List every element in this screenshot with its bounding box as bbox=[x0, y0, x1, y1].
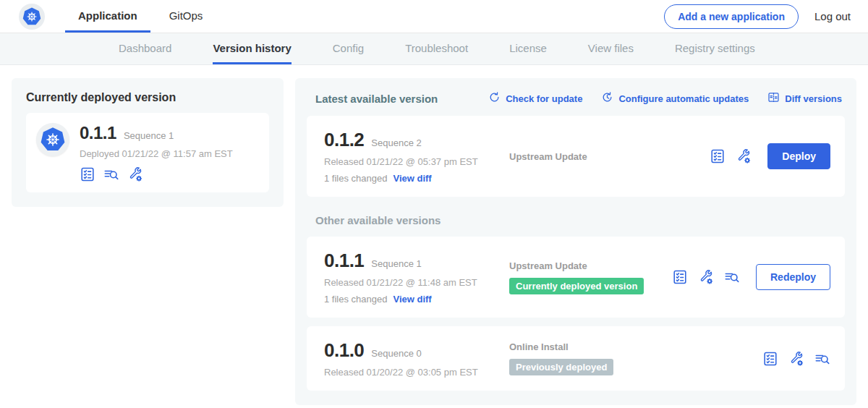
version-card-0-1-0: 0.1.0 Sequence 0 Released 01/20/22 @ 03:… bbox=[307, 326, 845, 391]
deployed-version-number: 0.1.1 bbox=[80, 123, 116, 143]
configure-automatic-updates-label: Configure automatic updates bbox=[618, 93, 749, 104]
version-number: 0.1.1 bbox=[324, 250, 364, 272]
sequence-label: Sequence 0 bbox=[371, 348, 421, 359]
sequence-label: Sequence 1 bbox=[371, 258, 421, 269]
version-card-0-1-1: 0.1.1 Sequence 1 Released 01/21/22 @ 11:… bbox=[307, 237, 845, 318]
version-history-panel: Latest available version Check for updat… bbox=[295, 78, 856, 405]
version-source-label: Upstream Update bbox=[509, 151, 587, 162]
release-notes-icon[interactable] bbox=[710, 148, 726, 164]
preflight-checks-icon[interactable] bbox=[814, 351, 830, 367]
released-timestamp: Released 01/21/22 @ 05:37 pm EST bbox=[324, 156, 509, 167]
version-number: 0.1.0 bbox=[324, 339, 364, 362]
subnav-item-config[interactable]: Config bbox=[333, 33, 364, 64]
subnav-item-troubleshoot[interactable]: Troubleshoot bbox=[405, 33, 468, 64]
preflight-checks-icon[interactable] bbox=[103, 166, 119, 182]
app-subnav: Dashboard Version history Config Trouble… bbox=[0, 33, 868, 65]
other-versions-title: Other available versions bbox=[315, 214, 845, 226]
currently-deployed-badge: Currently deployed version bbox=[509, 278, 644, 294]
tab-gitops-label: GitOps bbox=[169, 9, 203, 22]
released-timestamp: Released 01/21/22 @ 11:48 am EST bbox=[324, 277, 509, 288]
subnav-item-view-files[interactable]: View files bbox=[588, 33, 634, 64]
edit-config-icon[interactable] bbox=[127, 166, 143, 182]
released-timestamp: Released 01/20/22 @ 03:05 pm EST bbox=[324, 367, 509, 378]
diff-versions-link[interactable]: Diff versions bbox=[767, 91, 842, 106]
sequence-label: Sequence 2 bbox=[371, 137, 421, 148]
subnav-item-license[interactable]: License bbox=[509, 33, 547, 64]
app-logo-link[interactable] bbox=[19, 0, 45, 33]
auto-update-icon bbox=[601, 91, 613, 106]
kubernetes-app-icon bbox=[36, 123, 69, 156]
release-notes-icon[interactable] bbox=[80, 166, 95, 182]
redeploy-button[interactable]: Redeploy bbox=[756, 264, 830, 290]
refresh-icon bbox=[488, 91, 501, 106]
version-card-0-1-2: 0.1.2 Sequence 2 Released 01/21/22 @ 05:… bbox=[307, 116, 845, 197]
diff-versions-icon bbox=[767, 91, 780, 106]
diff-versions-label: Diff versions bbox=[785, 93, 842, 104]
view-diff-link[interactable]: View diff bbox=[393, 173, 431, 184]
release-notes-icon[interactable] bbox=[762, 351, 778, 367]
view-diff-link[interactable]: View diff bbox=[393, 294, 431, 305]
latest-available-title: Latest available version bbox=[315, 93, 438, 105]
version-source-label: Upstream Update bbox=[509, 260, 587, 271]
files-changed-label: 1 files changed bbox=[324, 294, 387, 305]
deployed-timestamp: Deployed 01/21/22 @ 11:57 am EST bbox=[80, 148, 233, 159]
add-application-button[interactable]: Add a new application bbox=[664, 4, 799, 29]
deployed-sequence-label: Sequence 1 bbox=[124, 130, 174, 141]
deploy-button[interactable]: Deploy bbox=[767, 143, 830, 169]
logout-link[interactable]: Log out bbox=[814, 10, 851, 22]
edit-config-icon[interactable] bbox=[698, 269, 714, 285]
files-changed-label: 1 files changed bbox=[324, 173, 387, 184]
tab-application[interactable]: Application bbox=[65, 0, 150, 33]
subnav-item-registry-settings[interactable]: Registry settings bbox=[675, 33, 755, 64]
check-for-update-label: Check for update bbox=[506, 93, 582, 104]
configure-automatic-updates-link[interactable]: Configure automatic updates bbox=[601, 91, 749, 106]
currently-deployed-panel: Currently deployed version 0.1.1 Sequenc… bbox=[12, 78, 284, 207]
tab-gitops[interactable]: GitOps bbox=[156, 0, 216, 33]
tab-application-label: Application bbox=[78, 9, 137, 22]
edit-config-icon[interactable] bbox=[788, 351, 804, 367]
release-notes-icon[interactable] bbox=[672, 269, 688, 285]
deployed-version-card: 0.1.1 Sequence 1 Deployed 01/21/22 @ 11:… bbox=[26, 113, 269, 192]
top-header: Application GitOps Add a new application… bbox=[0, 0, 868, 33]
version-source-label: Online Install bbox=[509, 341, 569, 352]
preflight-checks-icon[interactable] bbox=[724, 269, 740, 285]
version-number: 0.1.2 bbox=[324, 129, 364, 151]
subnav-item-version-history[interactable]: Version history bbox=[213, 33, 291, 64]
subnav-item-dashboard[interactable]: Dashboard bbox=[119, 33, 171, 64]
previously-deployed-badge: Previously deployed bbox=[509, 359, 613, 375]
check-for-update-link[interactable]: Check for update bbox=[488, 91, 582, 106]
currently-deployed-title: Currently deployed version bbox=[26, 91, 269, 104]
header-tabs: Application GitOps bbox=[65, 0, 216, 33]
edit-config-icon[interactable] bbox=[736, 148, 752, 164]
kubernetes-logo-icon bbox=[19, 4, 45, 30]
